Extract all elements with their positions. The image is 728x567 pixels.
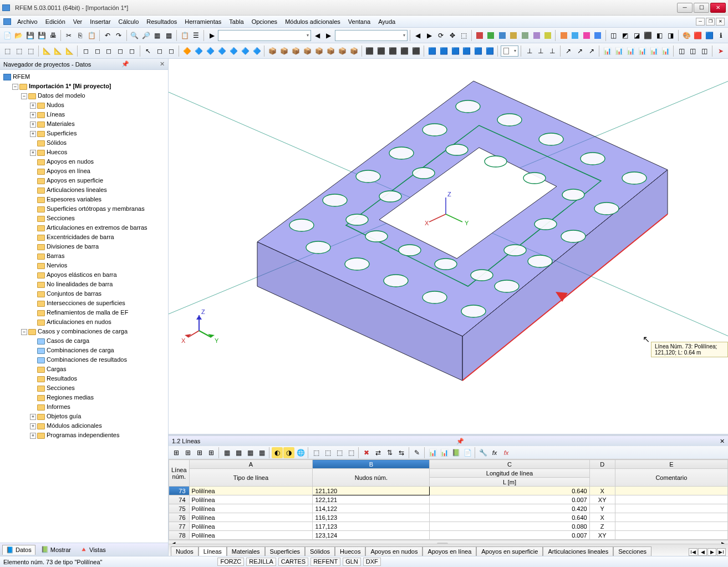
tree-item[interactable]: Excentricidades de barra (47, 234, 114, 240)
arrow-right-icon[interactable]: ▶ (424, 30, 435, 41)
expander[interactable]: + (30, 131, 36, 137)
find-icon[interactable]: 🔍 (130, 30, 140, 41)
table-tab[interactable]: Nudos (171, 546, 198, 556)
data-grid[interactable]: Línea núm. A B C D E Tipo de línea Nudos… (169, 459, 728, 540)
tab-last[interactable]: ▶I (717, 548, 726, 556)
project-tree[interactable]: RFEM −Importación 1* [Mi proyecto] −Dato… (0, 70, 168, 543)
list-icon[interactable]: ☰ (191, 30, 201, 41)
result-combo[interactable] (335, 30, 408, 41)
expander[interactable]: − (21, 329, 27, 335)
new-file-icon[interactable]: 📄 (2, 30, 13, 41)
table-tab[interactable]: Materiales (227, 546, 265, 556)
close-panel-icon[interactable]: ✕ (160, 60, 165, 68)
menu-archivo[interactable]: Archivo (14, 17, 41, 26)
tt-16[interactable]: ⇆ (396, 447, 407, 458)
tb2-2[interactable]: ⬚ (14, 45, 24, 57)
menu-tabla[interactable]: Tabla (226, 17, 247, 26)
tt-fx[interactable]: fx (489, 447, 500, 458)
tb2-55[interactable]: ➤ (715, 45, 726, 57)
expander[interactable]: + (30, 122, 36, 128)
color-c-icon[interactable]: 🟦 (704, 30, 715, 41)
tb2-10[interactable]: ◻ (115, 45, 126, 57)
expander[interactable]: + (30, 150, 36, 156)
tree-item[interactable]: Combinaciones de resultados (47, 356, 127, 363)
table-row[interactable]: 78Polilínea123,1240.007XY (169, 531, 728, 540)
status-rejilla[interactable]: REJILLA (246, 558, 276, 566)
tb2-46[interactable]: 📊 (602, 45, 613, 57)
tree-item[interactable]: Refinamientos de malla de EF (47, 309, 128, 316)
tt-highlight-a[interactable]: ◐ (272, 447, 283, 458)
tb2-53[interactable]: ◫ (688, 45, 698, 57)
tt-10[interactable]: ⬚ (310, 447, 322, 458)
tb2-39[interactable]: 🟦 (485, 45, 495, 57)
cube-e-icon[interactable]: ◧ (654, 30, 665, 41)
arrow-left-icon[interactable]: ◀ (413, 30, 424, 41)
undo-icon[interactable]: ↶ (102, 30, 113, 41)
tb2-34[interactable]: 🟦 (427, 45, 437, 57)
nav-tab-mostrar[interactable]: 📗Mostrar (38, 545, 74, 554)
tt-edit[interactable]: ✎ (411, 447, 422, 458)
tb2-3[interactable]: ⬚ (26, 45, 36, 57)
tt-7[interactable]: ▦ (245, 447, 256, 458)
next-icon[interactable]: ▶ (323, 30, 334, 41)
tree-item[interactable]: Apoyos en nudos (47, 158, 94, 165)
tree-item[interactable]: Nudos (47, 102, 64, 108)
tree-item[interactable]: Articulaciones en extremos de barras (47, 224, 147, 231)
tree-item[interactable]: Programas independientes (47, 432, 119, 438)
mdi-close[interactable]: ✕ (716, 18, 725, 26)
col-A[interactable]: A (189, 460, 313, 469)
tb2-27[interactable]: 📦 (337, 45, 348, 57)
copy-icon[interactable]: ⎘ (75, 30, 85, 41)
col-D[interactable]: D (589, 460, 615, 469)
tree-item[interactable]: Apoyos elásticos en barra (47, 271, 117, 278)
col-B[interactable]: B (313, 460, 430, 469)
tb-icon-h1[interactable] (558, 30, 569, 41)
redo-icon[interactable]: ↷ (114, 30, 124, 41)
color-a-icon[interactable]: 🎨 (681, 30, 692, 41)
tree-item[interactable]: Huecos (47, 149, 67, 155)
view-b-icon[interactable]: ▦ (164, 30, 174, 41)
tt-4[interactable]: ⊞ (206, 447, 217, 458)
tb-icon-g1[interactable] (474, 30, 485, 41)
tt-delete[interactable]: ✖ (361, 447, 372, 458)
calc-icon[interactable]: ▶ (207, 30, 217, 41)
tree-item[interactable]: Superficies (47, 130, 77, 136)
tb2-48[interactable]: 📊 (625, 45, 636, 57)
print-icon[interactable]: 🖶 (48, 30, 58, 41)
minimize-button[interactable]: ─ (677, 3, 693, 13)
tb2-6[interactable]: 📐 (64, 45, 75, 57)
tb2-11[interactable]: ◻ (127, 45, 138, 57)
col-dir[interactable] (589, 469, 615, 487)
tb-icon-g7[interactable] (543, 30, 553, 41)
tb2-54[interactable]: ◫ (699, 45, 710, 57)
table-row[interactable]: 76Polilínea116,1230.640X (169, 513, 728, 522)
menu-ventana[interactable]: Ventana (345, 17, 374, 26)
tree-item[interactable]: Módulos adicionales (47, 422, 102, 429)
tb2-13[interactable]: ◻ (166, 45, 176, 57)
cube-f-icon[interactable]: ◨ (666, 30, 676, 41)
tree-item[interactable]: Apoyos en superficie (47, 177, 103, 184)
tree-item[interactable]: Conjuntos de barras (47, 290, 101, 297)
tb2-29[interactable]: ⬛ (364, 45, 375, 57)
tb2-38[interactable]: 🟦 (473, 45, 483, 57)
expander[interactable]: + (30, 433, 36, 439)
menu-resultados[interactable]: Resultados (143, 17, 180, 26)
tree-item[interactable]: Divisiones de barra (47, 243, 99, 250)
col-type[interactable]: Tipo de línea (189, 469, 313, 487)
cube-d-icon[interactable]: ⬛ (643, 30, 653, 41)
rotate-icon[interactable]: ⟳ (436, 30, 446, 41)
tree-item[interactable]: Materiales (47, 120, 75, 127)
tb2-45[interactable]: ↗ (586, 45, 597, 57)
tab-next[interactable]: ▶ (707, 548, 716, 556)
tree-model-data[interactable]: Datos del modelo (38, 92, 85, 99)
table-pin-icon[interactable]: 📌 (456, 438, 464, 445)
tree-item[interactable]: Casos de carga (47, 337, 89, 344)
table-tab[interactable]: Sólidos (305, 546, 335, 556)
tb2-51[interactable]: 📊 (660, 45, 671, 57)
tt-9[interactable]: 🌐 (295, 447, 306, 458)
table-tab[interactable]: Huecos (335, 546, 365, 556)
tree-item[interactable]: No linealidades de barra (47, 281, 113, 287)
tb2-24[interactable]: 📦 (302, 45, 313, 57)
table-row[interactable]: 74Polilínea122,1210.007XY (169, 495, 728, 504)
tree-item[interactable]: Cargas (47, 366, 66, 372)
